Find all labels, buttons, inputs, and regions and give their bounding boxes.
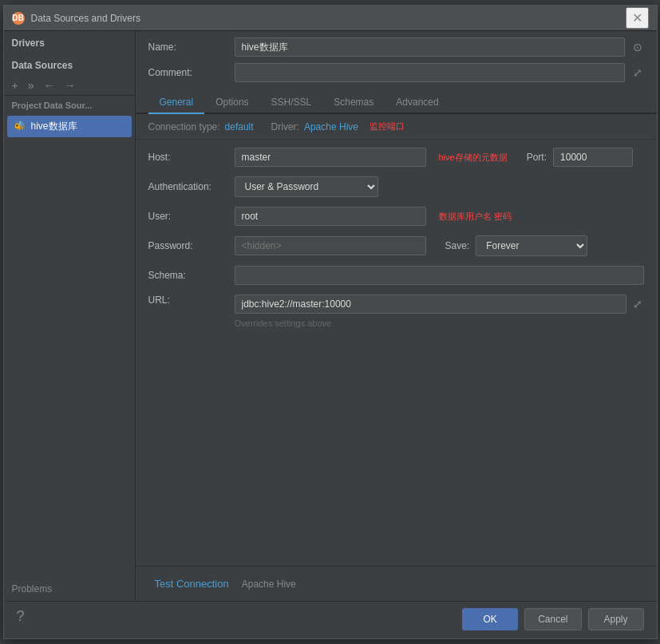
apply-button[interactable]: Apply [588, 608, 644, 630]
port-label: Port: [527, 152, 547, 163]
url-hint: Overrides settings above [235, 317, 644, 328]
title-bar: DB Data Sources and Drivers ✕ [4, 6, 657, 31]
name-label: Name: [148, 41, 228, 53]
comment-label: Comment: [148, 67, 228, 78]
back-button[interactable]: ← [40, 77, 57, 93]
url-expand-button[interactable]: ⤢ [631, 296, 644, 312]
cancel-button[interactable]: Cancel [524, 608, 581, 630]
apache-hive-label: Apache Hive [242, 579, 296, 590]
connection-type-row: Connection type: default Driver: Apache … [136, 114, 657, 140]
schema-input[interactable] [235, 266, 644, 285]
add-button[interactable]: + [9, 77, 22, 93]
footer-spacer [31, 608, 456, 630]
driver-link[interactable]: Apache Hive [304, 121, 358, 132]
url-input[interactable] [235, 294, 626, 314]
close-button[interactable]: ✕ [626, 7, 649, 29]
project-header: Project Data Sour... [4, 96, 135, 115]
datasource-item-label: hive数据库 [31, 120, 77, 133]
save-select[interactable]: Forever Until restart Never [476, 235, 587, 256]
app-icon: DB [12, 12, 25, 25]
password-row: Password: Save: Forever Until restart Ne… [136, 231, 657, 261]
tab-advanced[interactable]: Advanced [385, 92, 449, 114]
url-row: URL: ⤢ Overrides settings above [136, 290, 657, 333]
driver-label: Driver: [271, 121, 299, 132]
tab-ssh-ssl[interactable]: SSH/SSL [260, 92, 323, 114]
name-expand-button[interactable]: ⊙ [631, 39, 644, 55]
forward-button[interactable]: → [61, 77, 78, 93]
help-icon[interactable]: ? [17, 608, 25, 630]
user-input[interactable] [235, 207, 426, 226]
left-toolbar: + » ← → [4, 76, 135, 96]
host-input[interactable] [235, 148, 426, 167]
main-dialog: DB Data Sources and Drivers ✕ Drivers Da… [3, 5, 658, 639]
user-label: User: [148, 211, 228, 222]
annotation-metadata: hive存储的元数据 [439, 152, 508, 164]
auth-row: Authentication: User & Password No auth … [136, 172, 657, 202]
comment-row: Comment: ⤢ [136, 60, 657, 89]
ok-button[interactable]: OK [462, 608, 518, 630]
password-input[interactable] [235, 236, 426, 255]
data-sources-header[interactable]: Data Sources [4, 53, 135, 76]
dialog-body: Drivers Data Sources + » ← → Project Dat… [4, 31, 657, 601]
left-panel: Drivers Data Sources + » ← → Project Dat… [4, 31, 136, 601]
main-form: Host: hive存储的元数据 Port: Authentication: U… [136, 140, 657, 566]
url-label: URL: [148, 294, 228, 306]
auth-label: Authentication: [148, 181, 228, 192]
tabs-bar: General Options SSH/SSL Schemas Advanced [136, 92, 657, 114]
name-row: Name: ⊙ [136, 31, 657, 60]
dialog-footer: ? OK Cancel Apply [4, 601, 657, 638]
tab-general[interactable]: General [148, 92, 205, 114]
test-connection-button[interactable]: Test Connection [148, 575, 235, 593]
host-label: Host: [148, 152, 228, 163]
tab-options[interactable]: Options [204, 92, 259, 114]
right-panel: Name: ⊙ Comment: ⤢ General Options SSH/S… [136, 31, 657, 601]
comment-expand-button[interactable]: ⤢ [631, 65, 644, 81]
drivers-header[interactable]: Drivers [4, 31, 135, 53]
connection-type-link[interactable]: default [225, 121, 254, 132]
user-row: User: 数据库用户名 密码 [136, 202, 657, 231]
datasource-item-hive[interactable]: 🐝 hive数据库 [7, 116, 132, 137]
more-button[interactable]: » [25, 77, 38, 93]
connection-type-label: Connection type: [148, 121, 220, 132]
problems-section[interactable]: Problems [4, 577, 135, 601]
annotation-port: 监控端口 [370, 121, 405, 132]
hive-icon: 🐝 [14, 121, 26, 133]
host-port-row: Host: hive存储的元数据 Port: [136, 143, 657, 172]
comment-input[interactable] [235, 63, 625, 82]
bottom-bar: Test Connection Apache Hive [136, 566, 657, 601]
dialog-title: Data Sources and Drivers [31, 13, 626, 24]
port-input[interactable] [553, 148, 633, 167]
name-input[interactable] [235, 38, 625, 57]
schema-label: Schema: [148, 270, 228, 281]
save-label: Save: [445, 240, 470, 251]
auth-select[interactable]: User & Password No auth Username [235, 176, 378, 197]
password-label: Password: [148, 240, 228, 251]
schema-row: Schema: [136, 261, 657, 290]
annotation-credentials: 数据库用户名 密码 [439, 211, 512, 223]
tab-schemas[interactable]: Schemas [322, 92, 385, 114]
